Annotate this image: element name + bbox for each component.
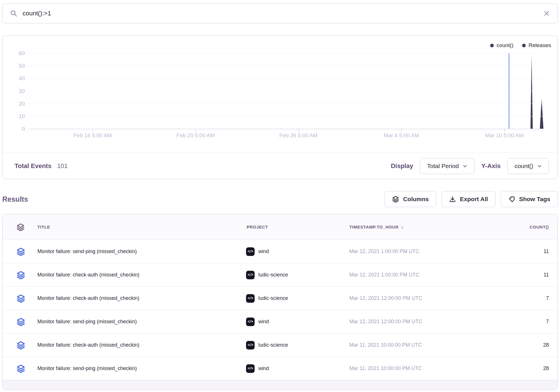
x-tick-label: Mar 10 5:00 AM: [485, 132, 523, 139]
row-count[interactable]: 7: [497, 295, 557, 301]
clear-search-icon[interactable]: [543, 10, 550, 17]
project-code-icon: </>: [246, 247, 255, 256]
row-timestamp[interactable]: Mar 11, 2021 10:00:00 PM UTC: [346, 365, 497, 371]
y-tick-label: 30: [19, 88, 25, 94]
chart-x-axis: Feb 14 5:00 AMFeb 20 5:00 AMFeb 26 5:00 …: [29, 132, 543, 141]
row-title[interactable]: Monitor failure: check-auth (missed_chec…: [34, 295, 243, 301]
gridline-y-10: [29, 116, 543, 116]
table-body: Monitor failure: send-ping (missed_check…: [3, 240, 557, 380]
row-project[interactable]: </> wind: [243, 247, 346, 256]
gridline-y-50: [29, 66, 543, 66]
project-name: wind: [258, 248, 269, 254]
total-events-label: Total Events: [15, 162, 51, 170]
show-tags-button[interactable]: Show Tags: [501, 191, 558, 207]
show-tags-button-label: Show Tags: [519, 196, 550, 203]
chevron-down-icon: [463, 164, 467, 168]
row-title[interactable]: Monitor failure: send-ping (missed_check…: [34, 319, 243, 325]
row-timestamp[interactable]: Mar 12, 2021 12:00:00 PM UTC: [346, 295, 497, 301]
display-label: Display: [391, 162, 413, 170]
row-count[interactable]: 11: [497, 272, 557, 278]
row-project[interactable]: </> ludic-science: [243, 294, 346, 303]
total-events: Total Events 101: [15, 162, 68, 170]
columns-button-label: Columns: [403, 196, 429, 203]
table-row[interactable]: Monitor failure: send-ping (missed_check…: [3, 357, 557, 380]
row-layers-icon[interactable]: [3, 364, 34, 373]
legend-dot-releases-icon: [522, 44, 526, 47]
y-tick-label: 50: [19, 63, 25, 69]
results-heading: Results: [2, 195, 28, 203]
column-header-project[interactable]: PROJECT: [243, 225, 346, 229]
row-layers-icon[interactable]: [3, 294, 34, 303]
row-layers-icon[interactable]: [3, 247, 34, 256]
yaxis-dropdown[interactable]: count(): [507, 158, 549, 174]
table-row[interactable]: Monitor failure: send-ping (missed_check…: [3, 310, 557, 334]
project-code-icon: </>: [246, 271, 255, 279]
row-count[interactable]: 11: [497, 248, 557, 254]
row-timestamp[interactable]: Mar 11, 2021 10:00:00 PM UTC: [346, 342, 497, 348]
x-axis-major-tick: [299, 129, 299, 132]
legend-dot-count-icon: [490, 44, 494, 47]
table-row[interactable]: Monitor failure: check-auth (missed_chec…: [3, 287, 557, 310]
row-project[interactable]: </> wind: [243, 364, 346, 373]
row-timestamp[interactable]: Mar 12, 2021 1:00:00 PM UTC: [346, 272, 497, 278]
row-title[interactable]: Monitor failure: send-ping (missed_check…: [34, 365, 243, 371]
row-layers-icon[interactable]: [3, 341, 34, 350]
export-all-button[interactable]: Export All: [442, 191, 495, 207]
header-layers-icon[interactable]: [3, 223, 34, 231]
x-axis-major-tick: [401, 129, 402, 132]
column-header-count[interactable]: COUNT(): [497, 225, 557, 229]
table-row[interactable]: Monitor failure: check-auth (missed_chec…: [3, 263, 557, 287]
row-count[interactable]: 28: [497, 365, 557, 371]
chevron-down-icon: [537, 164, 542, 168]
tag-icon: [508, 196, 515, 203]
row-layers-icon[interactable]: [3, 317, 34, 326]
x-axis-minor-ticks: [29, 129, 543, 130]
search-icon: [10, 10, 17, 17]
chart-series-svg: [29, 53, 543, 129]
table-footer: [3, 380, 557, 390]
chart-legend: count() Releases: [490, 42, 551, 49]
row-timestamp[interactable]: Mar 12, 2021 12:00:00 PM UTC: [346, 319, 497, 325]
x-tick-label: Feb 26 5:00 AM: [279, 132, 318, 139]
table-row[interactable]: Monitor failure: check-auth (missed_chec…: [3, 334, 557, 357]
yaxis-label: Y-Axis: [481, 162, 500, 170]
y-tick-label: 40: [19, 75, 25, 82]
row-title[interactable]: Monitor failure: check-auth (missed_chec…: [34, 342, 243, 348]
y-tick-label: 60: [19, 50, 25, 56]
x-axis-major-tick: [93, 129, 93, 132]
table-row[interactable]: Monitor failure: send-ping (missed_check…: [3, 240, 557, 263]
y-tick-label: 10: [19, 113, 25, 120]
layers-icon: [392, 195, 399, 203]
x-axis-major-tick: [504, 129, 505, 132]
chart-plot-area: [29, 53, 543, 129]
count-spike: [531, 56, 533, 129]
legend-item-releases[interactable]: Releases: [522, 42, 551, 49]
column-header-timestamp[interactable]: TIMESTAMP.TO_HOUR: [349, 225, 399, 229]
yaxis-dropdown-value: count(): [515, 163, 533, 169]
export-all-button-label: Export All: [460, 196, 488, 203]
chart-footer: Total Events 101 Display Total Period Y-…: [3, 153, 557, 179]
gridline-y-20: [29, 104, 543, 104]
row-count[interactable]: 28: [497, 342, 557, 348]
row-count[interactable]: 7: [497, 319, 557, 325]
row-timestamp[interactable]: Mar 12, 2021 1:00:00 PM UTC: [346, 248, 497, 254]
search-input[interactable]: [23, 10, 538, 17]
column-header-title[interactable]: TITLE: [34, 225, 243, 229]
total-events-value: 101: [57, 162, 68, 170]
row-title[interactable]: Monitor failure: send-ping (missed_check…: [34, 248, 243, 254]
project-code-icon: </>: [246, 341, 255, 349]
row-layers-icon[interactable]: [3, 270, 34, 280]
download-icon: [449, 196, 456, 203]
display-dropdown[interactable]: Total Period: [420, 158, 474, 174]
project-code-icon: </>: [246, 318, 255, 326]
row-project[interactable]: </> wind: [243, 318, 346, 326]
row-title[interactable]: Monitor failure: check-auth (missed_chec…: [34, 272, 243, 278]
legend-item-count[interactable]: count(): [490, 42, 513, 49]
project-name: ludic-science: [258, 295, 288, 301]
columns-button[interactable]: Columns: [384, 191, 436, 207]
row-project[interactable]: </> ludic-science: [243, 271, 346, 279]
sort-descending-icon[interactable]: ↓: [401, 224, 404, 230]
row-project[interactable]: </> ludic-science: [243, 341, 346, 349]
x-tick-label: Mar 4 5:00 AM: [384, 132, 419, 139]
results-table: TITLE PROJECT TIMESTAMP.TO_HOUR ↓ COUNT(…: [2, 214, 558, 390]
